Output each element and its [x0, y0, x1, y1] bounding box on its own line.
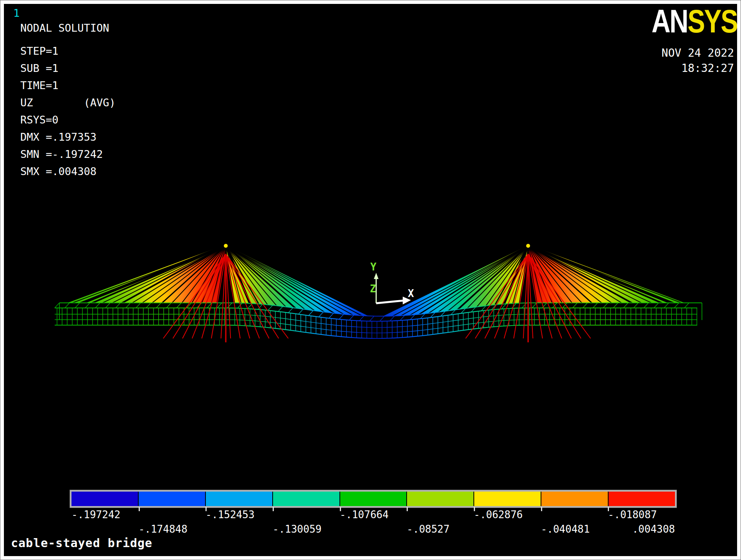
legend-value: -.174848 — [139, 523, 187, 535]
legend-segment — [138, 492, 205, 506]
window-id: 1 — [13, 7, 20, 19]
time-text: 18:32:27 — [662, 61, 734, 76]
x-axis-arrow — [376, 301, 404, 303]
legend-tick — [205, 507, 207, 511]
legend-value: -.152453 — [205, 509, 254, 521]
coordinate-triad: Y Z X — [370, 261, 414, 304]
date-text: NOV 24 2022 — [662, 45, 734, 61]
ansys-logo: ANSYS — [651, 5, 737, 38]
legend-tick — [340, 507, 341, 511]
legend-segment — [541, 492, 608, 506]
axis-y-label: Y — [370, 261, 377, 273]
ansys-graphics-window: { "header": { "window_id": "1", "title":… — [0, 0, 741, 560]
axis-x-label: X — [408, 288, 414, 299]
legend-value: -.018087 — [608, 509, 657, 521]
header-line: TIME=1 — [20, 77, 116, 94]
solution-header: NODAL SOLUTION STEP=1 SUB =1 TIME=1 UZ (… — [20, 22, 116, 180]
legend-segment — [608, 492, 675, 506]
legend-value: -.130059 — [273, 523, 321, 535]
header-line: SMX =.004308 — [20, 163, 116, 180]
legend-value: -.062876 — [474, 509, 523, 521]
bridge-deck-mesh — [55, 303, 702, 338]
legend-segment — [473, 492, 541, 506]
axis-z-label: Z — [370, 283, 376, 295]
legend-value: -.197242 — [71, 509, 120, 521]
legend-value: -.08527 — [407, 523, 450, 535]
legend-tick — [273, 507, 274, 511]
legend-segment — [339, 492, 407, 506]
header-line: RSYS=0 — [20, 111, 116, 129]
ansys-logo-white: AN — [651, 3, 687, 39]
legend-labels: -.197242-.174848-.152453-.130059-.107664… — [71, 508, 675, 537]
legend-segment — [71, 492, 138, 506]
plot-title: cable-stayed bridge — [11, 536, 152, 550]
legend-segment — [406, 492, 473, 506]
legend-tick — [407, 507, 408, 511]
legend-bar — [70, 490, 677, 508]
legend-value: -.107664 — [340, 509, 389, 521]
legend-value: .004308 — [632, 523, 675, 535]
legend-segment — [272, 492, 339, 506]
header-line: STEP=1 — [20, 43, 116, 60]
legend-value: -.040481 — [541, 523, 590, 535]
legend-segment — [205, 492, 272, 506]
y-axis-arrowhead — [374, 273, 379, 279]
header-line: SUB =1 — [20, 60, 116, 77]
pylon-right-tip — [526, 244, 530, 248]
header-line: SMN =-.197242 — [20, 146, 116, 163]
legend-tick — [608, 507, 609, 511]
header-line: UZ (AVG) — [20, 94, 116, 111]
ansys-logo-yellow: SYS — [687, 3, 737, 39]
solution-title: NODAL SOLUTION — [20, 22, 116, 34]
pylon-left-tip — [224, 244, 228, 248]
legend-tick — [541, 507, 542, 511]
datetime-stamp: NOV 24 2022 18:32:27 — [662, 45, 734, 76]
deck-front-face — [55, 308, 697, 338]
legend-tick — [474, 507, 475, 511]
legend-tick — [139, 507, 140, 511]
header-line: DMX =.197353 — [20, 129, 116, 146]
